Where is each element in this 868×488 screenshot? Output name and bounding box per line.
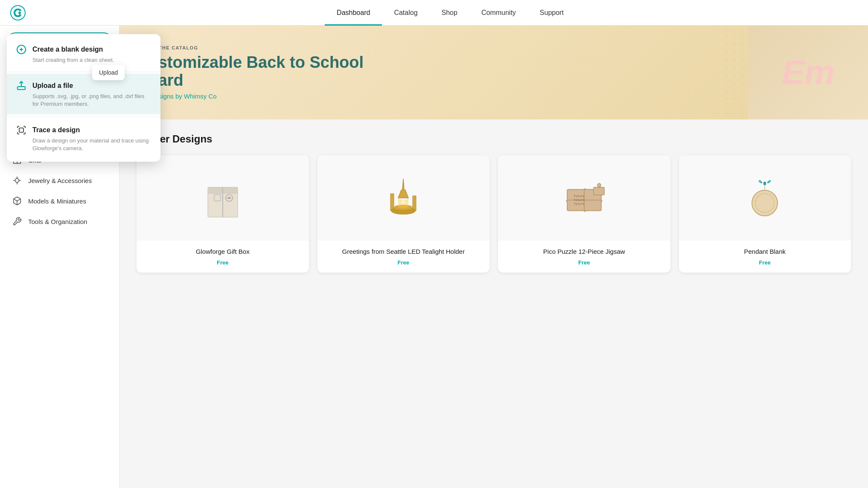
blank-design-desc: Start creating from a clean sheet. bbox=[15, 56, 152, 64]
upload-file-label: Upload a file bbox=[32, 82, 73, 90]
hero-subtitle: e by Designs by Whimsy Co bbox=[137, 93, 393, 100]
sidebar-item-models-miniatures[interactable]: Models & Miniatures bbox=[3, 191, 116, 211]
nav-catalog[interactable]: Catalog bbox=[382, 0, 429, 26]
hero-text: NEW IN THE CATALOG Customizable Back to … bbox=[137, 45, 393, 100]
circle-plus-icon bbox=[15, 44, 27, 55]
svg-rect-42 bbox=[17, 87, 25, 90]
hero-eyebrow: NEW IN THE CATALOG bbox=[137, 45, 393, 50]
sidebar-item-label: Jewelry & Accessories bbox=[28, 177, 92, 184]
sidebar-item-jewelry-accessories[interactable]: Jewelry & Accessories bbox=[3, 170, 116, 191]
dropdown-divider-2 bbox=[7, 116, 160, 116]
header: Dashboard Catalog Shop Community Support bbox=[0, 0, 868, 26]
hero-img-text: Em bbox=[782, 53, 835, 92]
upload-file-header: Upload a file bbox=[15, 80, 152, 92]
svg-marker-21 bbox=[398, 179, 408, 198]
svg-rect-22 bbox=[390, 194, 394, 211]
blank-design-label: Create a blank design bbox=[32, 46, 103, 53]
svg-rect-35 bbox=[763, 182, 766, 185]
dropdown-divider-1 bbox=[7, 72, 160, 72]
card-title-puzzle: Pico Puzzle 12-Piece Jigsaw bbox=[505, 247, 664, 256]
jewelry-icon bbox=[12, 175, 22, 186]
card-title-pendant: Pendant Blank bbox=[686, 247, 845, 256]
card-title-gift-box: Glowforge Gift Box bbox=[143, 247, 302, 256]
card-body-puzzle: Pico Puzzle 12-Piece Jigsaw Free bbox=[498, 241, 670, 273]
svg-point-14 bbox=[15, 178, 19, 182]
scan-icon bbox=[15, 124, 27, 136]
dropdown-upload-file[interactable]: Upload a file Supports .svg, .jpg, or .p… bbox=[7, 74, 160, 114]
card-badge-gift-box: Free bbox=[143, 259, 302, 266]
svg-rect-44 bbox=[19, 128, 23, 132]
models-icon bbox=[12, 196, 22, 206]
trace-design-desc: Draw a design on your material and trace… bbox=[15, 137, 152, 152]
svg-point-0 bbox=[11, 6, 25, 20]
card-badge-tealight: Free bbox=[324, 259, 483, 266]
design-card-puzzle[interactable]: future future future Pico Puzzle 12-Piec… bbox=[498, 155, 670, 273]
card-badge-pendant: Free bbox=[686, 259, 845, 266]
dropdown-blank-design[interactable]: Create a blank design Start creating fro… bbox=[7, 38, 160, 70]
blank-design-header: Create a blank design bbox=[15, 44, 152, 55]
card-image-pendant bbox=[679, 155, 851, 241]
nav-dashboard[interactable]: Dashboard bbox=[325, 0, 382, 26]
trace-design-label: Trace a design bbox=[32, 126, 80, 134]
svg-point-34 bbox=[597, 183, 601, 187]
create-design-dropdown: Create a blank design Start creating fro… bbox=[7, 34, 160, 162]
svg-text:future: future bbox=[574, 198, 584, 202]
design-card-pendant[interactable]: Pendant Blank Free bbox=[679, 155, 851, 273]
svg-text:future: future bbox=[574, 202, 584, 206]
design-cards-grid: Glowforge Gift Box Free bbox=[137, 155, 851, 273]
nav-support[interactable]: Support bbox=[528, 0, 576, 26]
card-image-puzzle: future future future bbox=[498, 155, 670, 241]
card-badge-puzzle: Free bbox=[505, 259, 664, 266]
svg-point-26 bbox=[402, 200, 405, 204]
hero-title: Customizable Back to School Board bbox=[137, 54, 393, 90]
sidebar-item-tools-organization[interactable]: Tools & Organization bbox=[3, 211, 116, 232]
card-body-tealight: Greetings from Seattle LED Tealight Hold… bbox=[317, 241, 490, 273]
main-nav: Dashboard Catalog Shop Community Support bbox=[43, 0, 858, 26]
card-body-gift-box: Glowforge Gift Box Free bbox=[137, 241, 309, 273]
card-title-tealight: Greetings from Seattle LED Tealight Hold… bbox=[324, 247, 483, 256]
hero-banner[interactable]: NEW IN THE CATALOG Customizable Back to … bbox=[119, 26, 868, 119]
logo[interactable] bbox=[10, 5, 26, 20]
card-image-gift-box bbox=[137, 155, 309, 241]
svg-point-36 bbox=[752, 190, 778, 216]
hero-image: Em bbox=[749, 26, 868, 119]
trace-design-header: Trace a design bbox=[15, 124, 152, 136]
card-image-tealight bbox=[317, 155, 490, 241]
upload-icon bbox=[15, 80, 27, 92]
sidebar-item-label: Models & Miniatures bbox=[28, 198, 86, 205]
sidebar-item-label: Tools & Organization bbox=[28, 218, 87, 225]
nav-community[interactable]: Community bbox=[469, 0, 528, 26]
svg-text:future: future bbox=[574, 195, 584, 198]
starter-designs-section: Starter Designs bbox=[119, 119, 868, 286]
svg-point-1 bbox=[18, 12, 21, 14]
design-card-tealight[interactable]: Greetings from Seattle LED Tealight Hold… bbox=[317, 155, 490, 273]
upload-tooltip: Upload bbox=[92, 65, 125, 80]
tools-icon bbox=[12, 216, 22, 227]
nav-shop[interactable]: Shop bbox=[430, 0, 469, 26]
svg-rect-33 bbox=[594, 187, 604, 195]
main-content: NEW IN THE CATALOG Customizable Back to … bbox=[119, 26, 868, 488]
starter-designs-title: Starter Designs bbox=[137, 133, 851, 145]
design-card-gift-box[interactable]: Glowforge Gift Box Free bbox=[137, 155, 309, 273]
upload-file-desc: Supports .svg, .jpg, or .png files, and … bbox=[15, 93, 152, 108]
card-body-pendant: Pendant Blank Free bbox=[679, 241, 851, 273]
dropdown-trace-design[interactable]: Trace a design Draw a design on your mat… bbox=[7, 118, 160, 158]
